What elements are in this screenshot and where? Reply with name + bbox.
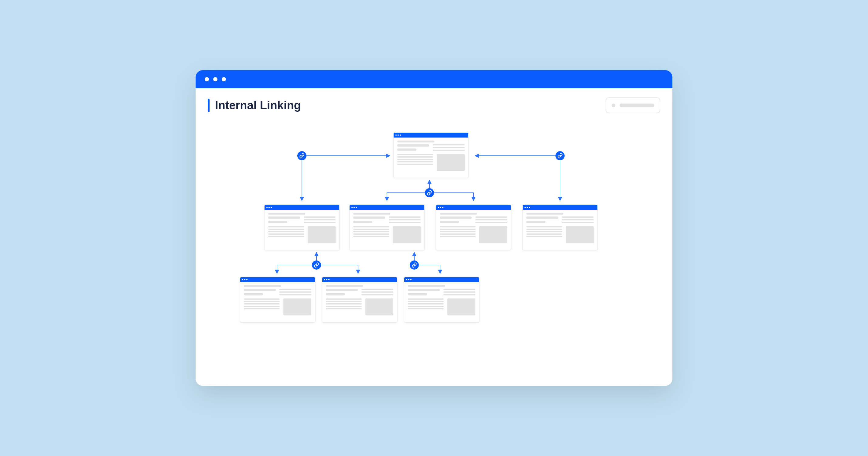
page-node-child-4 bbox=[522, 204, 598, 251]
title-accent-bar bbox=[208, 99, 210, 112]
traffic-light-minimize-icon[interactable] bbox=[213, 77, 217, 82]
page-node-child-1 bbox=[264, 204, 340, 251]
page-node-root bbox=[393, 132, 469, 178]
header-action-button[interactable] bbox=[606, 97, 660, 113]
page-node-grandchild-2 bbox=[322, 276, 398, 323]
page-node-child-2 bbox=[349, 204, 425, 251]
page-node-child-3 bbox=[436, 204, 512, 251]
title-wrap: Internal Linking bbox=[208, 99, 301, 112]
link-icon bbox=[425, 188, 434, 197]
link-icon bbox=[312, 260, 321, 270]
traffic-light-close-icon[interactable] bbox=[205, 77, 209, 82]
button-dot-icon bbox=[612, 103, 615, 107]
browser-window: Internal Linking bbox=[195, 70, 673, 386]
traffic-light-zoom-icon[interactable] bbox=[222, 77, 226, 82]
link-icon bbox=[410, 260, 419, 270]
page-node-grandchild-3 bbox=[404, 276, 479, 323]
link-icon bbox=[556, 151, 565, 160]
window-title-bar bbox=[195, 70, 673, 88]
link-icon bbox=[297, 151, 306, 160]
page-title: Internal Linking bbox=[215, 99, 301, 112]
diagram-canvas bbox=[195, 116, 673, 386]
page-node-grandchild-1 bbox=[240, 276, 315, 323]
header-row: Internal Linking bbox=[195, 88, 673, 116]
button-label-placeholder bbox=[620, 103, 654, 107]
